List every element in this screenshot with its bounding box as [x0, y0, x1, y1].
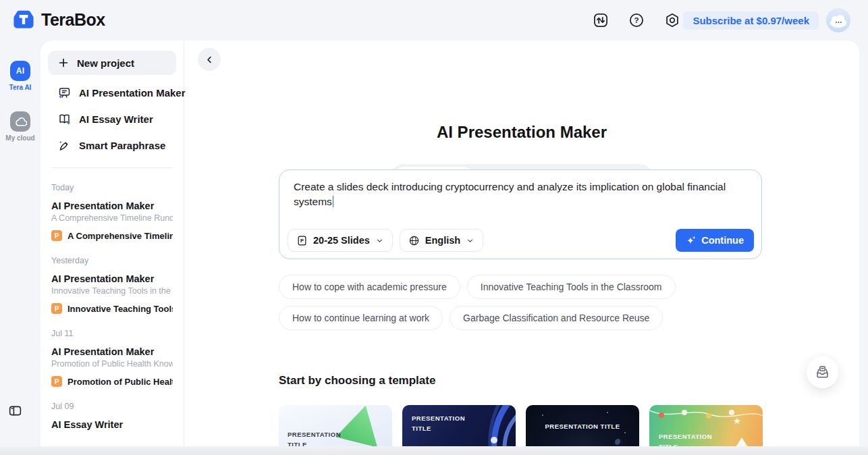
- rail-item-tera-ai[interactable]: AI Tera AI: [0, 61, 40, 91]
- prompt-value: Create a slides deck introducing cryptoc…: [294, 181, 726, 207]
- slides-count-value: 20-25 Slides: [313, 235, 370, 246]
- ppt-file-icon: P: [51, 230, 62, 241]
- language-dropdown[interactable]: English: [400, 229, 483, 252]
- new-project-label: New project: [77, 57, 134, 69]
- slides-page-icon: P: [296, 235, 308, 246]
- sparkle-icon: [686, 235, 697, 246]
- sidebar-divider: [51, 167, 173, 168]
- main-area: AI Presentation Maker Generate Paste Tex…: [184, 41, 859, 455]
- decor-triangle: [335, 405, 387, 448]
- decor-moon: [615, 439, 622, 446]
- template-title: PRESENTATION TITLE: [412, 414, 472, 433]
- suggestion-chip[interactable]: How to continue learning at work: [279, 306, 443, 330]
- content-panel: New project AI Presentation Maker AI Ess…: [40, 41, 859, 455]
- decor-star: [542, 414, 543, 416]
- decor-star: ★: [733, 416, 741, 426]
- collapse-panel-button[interactable]: [198, 48, 221, 71]
- text-caret: [333, 196, 334, 207]
- sidebar-item-ai-essay-writer[interactable]: AI Essay Writer: [48, 106, 176, 132]
- template-title: PRESENTATION TITLE: [526, 422, 639, 432]
- bottom-fade-bar: [0, 446, 868, 455]
- header-actions: ? Subscribe at $0.97/week: [593, 0, 850, 41]
- essay-book-icon: [57, 112, 72, 126]
- history-file-item[interactable]: P Promotion of Public Health K...: [51, 376, 173, 387]
- chevron-down-icon: [466, 236, 474, 245]
- history-list: Today AI Presentation Maker A Comprehens…: [40, 183, 184, 430]
- new-project-button[interactable]: New project: [48, 51, 176, 75]
- suggestion-chip[interactable]: How to cope with academic pressure: [279, 275, 460, 299]
- cloud-character-icon: [828, 13, 848, 28]
- subscribe-button[interactable]: Subscribe at $0.97/week: [683, 11, 819, 30]
- continue-button[interactable]: Continue: [676, 229, 754, 252]
- prompt-controls: P 20-25 Slides English: [288, 229, 754, 252]
- feedback-inbox-button[interactable]: [807, 356, 838, 388]
- history-item-title[interactable]: AI Presentation Maker: [51, 273, 173, 284]
- sidebar-item-ai-presentation-maker[interactable]: AI Presentation Maker: [48, 80, 176, 106]
- svg-text:P: P: [300, 238, 304, 244]
- history-file-label: Innovative Teaching Tools in t...: [67, 304, 173, 314]
- presentation-chat-icon: [57, 86, 72, 100]
- template-section-heading: Start by choosing a template: [279, 374, 435, 387]
- inbox-icon: [815, 365, 830, 380]
- history-item-title[interactable]: AI Presentation Maker: [51, 346, 173, 357]
- terabox-logo-text: TeraBox: [41, 10, 105, 30]
- help-icon[interactable]: ?: [628, 12, 645, 28]
- settings-icon[interactable]: [664, 12, 680, 28]
- history-item-title[interactable]: AI Essay Writer: [51, 419, 173, 430]
- prompt-card: Create a slides deck introducing cryptoc…: [279, 169, 762, 259]
- globe-icon: [408, 235, 420, 246]
- sidebar-item-label: AI Presentation Maker: [79, 87, 186, 99]
- history-file-label: A Comprehensive Timeline R...: [67, 231, 173, 241]
- left-rail: AI Tera AI My cloud: [0, 41, 40, 455]
- terabox-logo-icon: [12, 8, 35, 31]
- decor-star: [624, 432, 626, 433]
- history-item-subtitle: Innovative Teaching Tools in the C...: [51, 286, 173, 296]
- rail-item-label: Tera AI: [9, 84, 32, 91]
- history-date: Jul 11: [51, 329, 173, 338]
- decor-bulb: [749, 435, 753, 439]
- prompt-input[interactable]: Create a slides deck introducing cryptoc…: [294, 180, 747, 210]
- sidebar-item-smart-paraphrase[interactable]: Smart Paraphrase: [48, 132, 176, 159]
- language-value: English: [425, 235, 460, 246]
- terabox-logo[interactable]: TeraBox: [12, 8, 105, 31]
- suggestion-chip[interactable]: Innovative Teaching Tools in the Classro…: [467, 275, 676, 299]
- tera-ai-icon: AI: [10, 61, 30, 81]
- history-date: Yesterday: [51, 256, 173, 265]
- decor-star: [607, 412, 608, 413]
- ppt-file-icon: P: [51, 376, 62, 387]
- paraphrase-pen-icon: [57, 138, 72, 153]
- history-file-item[interactable]: P Innovative Teaching Tools in t...: [51, 303, 173, 314]
- chevron-down-icon: [375, 236, 384, 245]
- suggestion-chip[interactable]: Garbage Classification and Resource Reus…: [450, 306, 663, 330]
- plus-icon: [57, 57, 70, 69]
- history-date: Jul 09: [51, 402, 173, 411]
- svg-text:?: ?: [634, 16, 639, 24]
- history-item-title[interactable]: AI Presentation Maker: [51, 200, 173, 211]
- rail-item-label: My cloud: [5, 134, 34, 142]
- history-date: Today: [51, 183, 173, 192]
- ppt-file-icon: P: [51, 303, 62, 314]
- history-file-label: Promotion of Public Health K...: [67, 377, 173, 387]
- sidebar: New project AI Presentation Maker AI Ess…: [40, 41, 184, 455]
- history-file-item[interactable]: P A Comprehensive Timeline R...: [51, 230, 173, 241]
- avatar[interactable]: [826, 8, 850, 32]
- sidebar-item-label: Smart Paraphrase: [79, 140, 165, 151]
- transfer-icon[interactable]: [593, 12, 609, 28]
- suggestion-chips: How to cope with academic pressure Innov…: [279, 275, 676, 337]
- sidebar-item-label: AI Essay Writer: [79, 113, 153, 125]
- rail-item-my-cloud[interactable]: My cloud: [0, 111, 40, 142]
- my-cloud-icon: [10, 111, 30, 132]
- collapse-sidebar-icon[interactable]: [8, 404, 22, 418]
- history-item-subtitle: Promotion of Public Health Knowl...: [51, 359, 173, 369]
- history-item-subtitle: A Comprehensive Timeline Rundo...: [51, 213, 173, 223]
- chevron-left-icon: [204, 54, 215, 65]
- slides-count-dropdown[interactable]: P 20-25 Slides: [288, 229, 393, 252]
- continue-label: Continue: [701, 235, 744, 246]
- page-title: AI Presentation Maker: [184, 123, 859, 142]
- decor-lights-string: [649, 406, 763, 424]
